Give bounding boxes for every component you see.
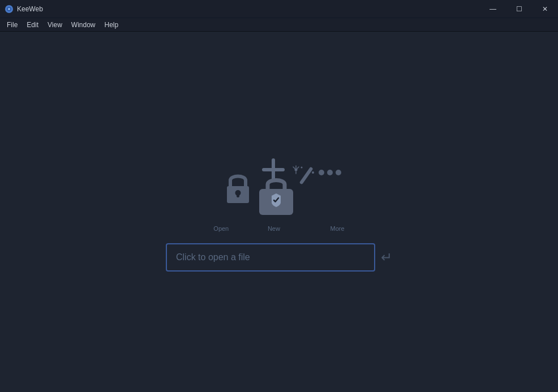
file-input-area: Click to open a file ↵ (166, 243, 392, 272)
title-bar: KeeWeb — ☐ ✕ (0, 0, 558, 18)
svg-rect-5 (237, 193, 239, 197)
enter-icon[interactable]: ↵ (381, 249, 392, 265)
icons-area (205, 153, 353, 221)
close-button[interactable]: ✕ (532, 0, 558, 18)
svg-rect-9 (299, 166, 314, 184)
svg-line-13 (293, 167, 295, 169)
dot-2 (327, 170, 333, 175)
file-input-placeholder: Click to open a file (176, 252, 250, 262)
svg-point-11 (312, 171, 314, 174)
svg-rect-7 (262, 168, 285, 171)
minimize-button[interactable]: — (480, 0, 506, 18)
menu-window[interactable]: Window (67, 20, 100, 30)
title-bar-left: KeeWeb (0, 5, 43, 14)
svg-line-14 (297, 167, 299, 169)
menu-bar: File Edit View Window Help (0, 18, 558, 32)
app-icon (5, 5, 14, 14)
main-content: Open New More Click to open a file ↵ (0, 32, 558, 392)
menu-edit[interactable]: Edit (22, 20, 43, 30)
svg-point-12 (301, 166, 303, 168)
icon-labels: Open New More (200, 225, 358, 232)
menu-file[interactable]: File (2, 20, 22, 30)
menu-help[interactable]: Help (100, 20, 123, 30)
file-input-box[interactable]: Click to open a file (166, 243, 375, 272)
bag-icon (254, 173, 299, 221)
title-bar-controls: — ☐ ✕ (480, 0, 558, 18)
label-more: More (330, 225, 345, 232)
label-open: Open (213, 225, 229, 232)
more-icon (319, 170, 341, 175)
lock-icon (222, 170, 254, 209)
maximize-button[interactable]: ☐ (506, 0, 532, 18)
dot-3 (336, 170, 341, 175)
dot-1 (319, 170, 324, 175)
window-title: KeeWeb (17, 5, 43, 13)
label-new: New (268, 225, 280, 232)
svg-point-2 (8, 8, 10, 10)
menu-view[interactable]: View (43, 20, 67, 30)
